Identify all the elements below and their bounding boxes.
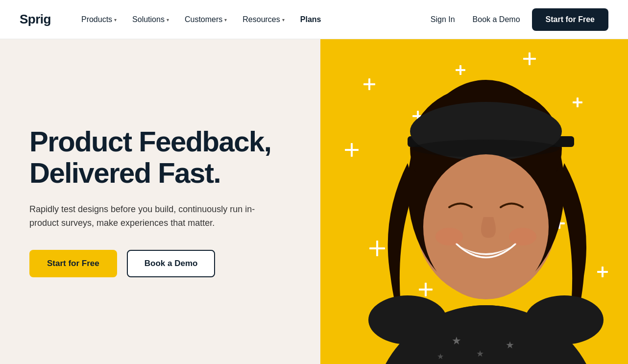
svg-point-9 (435, 228, 463, 245)
chevron-down-icon: ▾ (282, 17, 285, 23)
nav-item-resources[interactable]: Resources ▾ (236, 11, 291, 28)
hero-subtext: Rapidly test designs before you build, c… (29, 202, 274, 231)
hero-buttons: Start for Free Book a Demo (29, 250, 291, 277)
start-free-nav-button[interactable]: Start for Free (532, 8, 608, 31)
svg-text:★: ★ (476, 349, 484, 359)
svg-point-16 (368, 295, 447, 344)
hero-left: Product Feedback, Delivered Fast. Rapidl… (0, 39, 320, 364)
nav-item-customers[interactable]: Customers ▾ (178, 11, 234, 28)
svg-point-10 (509, 228, 536, 245)
logo[interactable]: Sprig (20, 12, 51, 27)
nav-links: Products ▾ Solutions ▾ Customers ▾ Resou… (74, 11, 425, 28)
chevron-down-icon: ▾ (114, 17, 117, 23)
nav-right: Sign In Book a Demo Start for Free (425, 8, 608, 31)
hero-headline: Product Feedback, Delivered Fast. (29, 126, 291, 189)
start-free-hero-button[interactable]: Start for Free (29, 250, 117, 277)
hero-portrait: ★ ★ ★ ★ (334, 41, 628, 364)
nav-item-solutions[interactable]: Solutions ▾ (125, 11, 176, 28)
svg-point-17 (525, 295, 604, 344)
hero-right: ★ ★ ★ ★ (320, 39, 628, 364)
chevron-down-icon: ▾ (167, 17, 169, 23)
navbar: Sprig Products ▾ Solutions ▾ Customers ▾… (0, 0, 628, 39)
hero-section: Product Feedback, Delivered Fast. Rapidl… (0, 39, 628, 364)
svg-text:★: ★ (437, 352, 444, 361)
nav-item-products[interactable]: Products ▾ (74, 11, 123, 28)
svg-text:★: ★ (506, 340, 514, 350)
signin-button[interactable]: Sign In (425, 11, 461, 28)
svg-text:★: ★ (452, 335, 461, 347)
book-demo-hero-button[interactable]: Book a Demo (127, 250, 216, 277)
chevron-down-icon: ▾ (224, 17, 227, 23)
nav-item-plans[interactable]: Plans (293, 11, 328, 28)
book-demo-nav-button[interactable]: Book a Demo (467, 11, 526, 28)
